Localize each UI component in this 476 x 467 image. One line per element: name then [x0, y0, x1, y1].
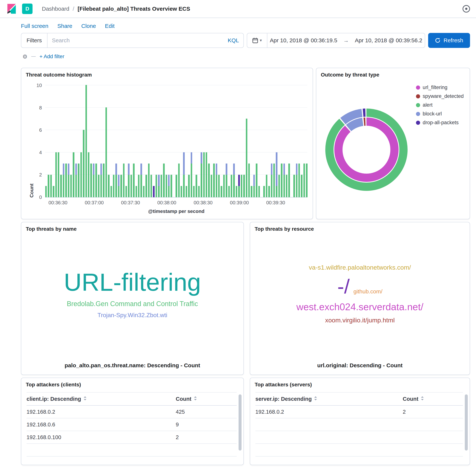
- legend-item-spyware_detected[interactable]: spyware_detected: [416, 93, 464, 99]
- histogram-bar[interactable]: [206, 152, 207, 197]
- histogram-bar[interactable]: [175, 175, 177, 197]
- histogram-bar[interactable]: [186, 186, 187, 197]
- histogram-bar[interactable]: [178, 164, 180, 197]
- histogram-bar[interactable]: [90, 164, 92, 197]
- histogram-bar[interactable]: [148, 164, 150, 197]
- histogram-bar[interactable]: [103, 164, 104, 197]
- histogram-bar[interactable]: [123, 164, 125, 197]
- histogram-bar[interactable]: [150, 175, 152, 197]
- panel-title[interactable]: Threat outcome histogram: [21, 68, 313, 78]
- edit-link[interactable]: Edit: [105, 23, 115, 29]
- histogram-bar[interactable]: [65, 164, 67, 197]
- filters-button[interactable]: Filters: [21, 33, 48, 48]
- histogram-bar[interactable]: [223, 175, 225, 197]
- histogram-bar[interactable]: [253, 175, 255, 197]
- histogram-bar[interactable]: [163, 164, 164, 197]
- histogram-bar[interactable]: [136, 186, 137, 197]
- histogram-bar[interactable]: [80, 152, 82, 197]
- histogram-bar[interactable]: [306, 164, 307, 197]
- tagcloud-word[interactable]: Bredolab.Gen Command and Control Traffic: [67, 300, 198, 307]
- histogram-bar[interactable]: [68, 164, 69, 197]
- column-header-sort-button[interactable]: Count: [176, 396, 237, 402]
- histogram-bar[interactable]: [216, 164, 217, 197]
- histogram-bar[interactable]: [238, 175, 240, 197]
- histogram-bar[interactable]: [100, 164, 102, 197]
- add-filter-link[interactable]: + Add filter: [39, 53, 64, 60]
- histogram-bar[interactable]: [86, 85, 87, 197]
- histogram-bar[interactable]: [268, 186, 270, 197]
- date-from[interactable]: Apr 10, 2018 @ 00:36:19.5: [270, 37, 337, 44]
- histogram-bar[interactable]: [248, 164, 250, 197]
- histogram-bar[interactable]: [200, 152, 202, 197]
- histogram-bar[interactable]: [246, 119, 247, 197]
- histogram-bar[interactable]: [158, 175, 160, 197]
- histogram-bar[interactable]: [256, 164, 257, 197]
- histogram-bar[interactable]: [251, 186, 252, 197]
- histogram-bar[interactable]: [118, 175, 119, 197]
- histogram-bar[interactable]: [231, 175, 232, 197]
- histogram-bar[interactable]: [161, 175, 162, 197]
- histogram-bar[interactable]: [303, 164, 305, 197]
- donut-segment-url_filtering[interactable]: [338, 122, 394, 178]
- histogram-bar[interactable]: [48, 175, 49, 197]
- panel-title[interactable]: Outcome by threat type: [316, 68, 470, 78]
- histogram-bar[interactable]: [276, 152, 277, 197]
- scrollbar-thumb[interactable]: [238, 394, 241, 451]
- histogram-bar[interactable]: [105, 107, 107, 197]
- full-screen-link[interactable]: Full screen: [21, 23, 49, 29]
- histogram-bar[interactable]: [138, 175, 139, 197]
- histogram-bar[interactable]: [130, 175, 132, 197]
- scrollbar-thumb[interactable]: [465, 394, 468, 451]
- legend-item-url_filtering[interactable]: url_filtering: [416, 85, 464, 90]
- histogram-bar[interactable]: [55, 152, 57, 197]
- refresh-button[interactable]: Refresh: [428, 33, 470, 48]
- date-to[interactable]: Apr 10, 2018 @ 00:39:56.2: [355, 37, 422, 44]
- legend-item-alert[interactable]: alert: [416, 102, 464, 108]
- kql-selector[interactable]: KQL: [228, 37, 239, 44]
- tagcloud-word[interactable]: west.exch024.serverdata.net/: [296, 302, 423, 312]
- histogram-bar[interactable]: [221, 186, 222, 197]
- panel-title[interactable]: Top attackers (servers): [250, 378, 470, 388]
- share-link[interactable]: Share: [57, 23, 72, 29]
- histogram-bar[interactable]: [243, 175, 245, 197]
- histogram-bar[interactable]: [293, 175, 295, 197]
- histogram-bar[interactable]: [111, 186, 112, 197]
- tagcloud-word[interactable]: github.com/: [353, 288, 382, 295]
- histogram-bar[interactable]: [286, 175, 287, 197]
- histogram-bar[interactable]: [70, 175, 72, 197]
- histogram-bar[interactable]: [53, 186, 54, 197]
- histogram-bar[interactable]: [196, 175, 197, 197]
- histogram-bar[interactable]: [120, 175, 122, 197]
- histogram-bar[interactable]: [93, 164, 94, 197]
- histogram-bar[interactable]: [283, 164, 285, 197]
- histogram-bar[interactable]: [63, 164, 64, 197]
- histogram-bar[interactable]: [75, 164, 77, 197]
- histogram-bar[interactable]: [301, 175, 302, 197]
- histogram-bar[interactable]: [258, 186, 260, 197]
- histogram-bar[interactable]: [50, 175, 52, 197]
- breadcrumb-dashboard[interactable]: Dashboard: [42, 6, 69, 12]
- histogram-bar[interactable]: [58, 152, 59, 197]
- histogram-bar[interactable]: [78, 164, 79, 197]
- panel-title[interactable]: Top attackers (clients): [21, 378, 243, 388]
- histogram-bar[interactable]: [108, 175, 109, 197]
- histogram-bar[interactable]: [133, 164, 134, 197]
- clone-link[interactable]: Clone: [81, 23, 96, 29]
- histogram-bar[interactable]: [183, 152, 185, 197]
- histogram-bar[interactable]: [73, 152, 74, 197]
- histogram-bar[interactable]: [88, 152, 89, 197]
- histogram-bar[interactable]: [266, 175, 267, 197]
- tagcloud-word[interactable]: URL-filtering: [64, 269, 201, 295]
- histogram-bar[interactable]: [198, 186, 200, 197]
- histogram-bar[interactable]: [236, 186, 237, 197]
- panel-title[interactable]: Top threats by name: [21, 222, 243, 232]
- histogram-bar[interactable]: [115, 164, 117, 197]
- histogram-bar[interactable]: [271, 164, 272, 197]
- histogram-bar[interactable]: [233, 164, 235, 197]
- column-header-sort-button[interactable]: client.ip: Descending: [26, 396, 176, 402]
- histogram-bar[interactable]: [288, 164, 290, 197]
- histogram-bar[interactable]: [191, 152, 192, 197]
- histogram-bar[interactable]: [45, 186, 47, 197]
- column-header-sort-button[interactable]: server.ip: Descending: [255, 396, 403, 402]
- gear-icon[interactable]: ⚙: [23, 53, 27, 60]
